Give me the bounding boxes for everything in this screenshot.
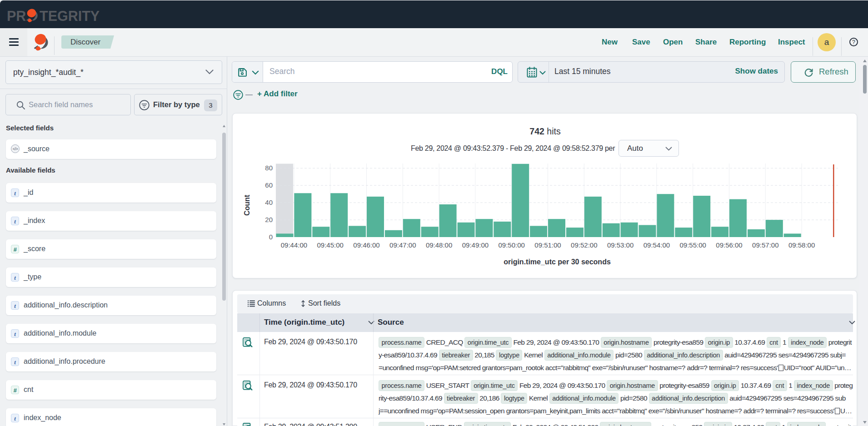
svg-text:09:52:00: 09:52:00 bbox=[571, 241, 597, 249]
svg-text:09:55:00: 09:55:00 bbox=[680, 241, 706, 249]
svg-text:20: 20 bbox=[265, 216, 273, 223]
svg-text:09:46:00: 09:46:00 bbox=[353, 241, 379, 249]
svg-text:09:48:00: 09:48:00 bbox=[426, 241, 452, 249]
svg-text:09:49:00: 09:49:00 bbox=[462, 241, 489, 249]
svg-text:60: 60 bbox=[265, 181, 273, 189]
svg-text:09:47:00: 09:47:00 bbox=[389, 241, 416, 249]
svg-text:09:44:00: 09:44:00 bbox=[281, 241, 307, 249]
svg-text:origin.time_utc per 30 seconds: origin.time_utc per 30 seconds bbox=[504, 258, 611, 266]
svg-text:09:53:00: 09:53:00 bbox=[607, 241, 634, 249]
svg-text:09:54:00: 09:54:00 bbox=[644, 241, 670, 249]
svg-text:0: 0 bbox=[269, 233, 273, 241]
svg-text:09:50:00: 09:50:00 bbox=[499, 241, 525, 249]
svg-text:09:45:00: 09:45:00 bbox=[317, 241, 344, 249]
svg-text:09:58:00: 09:58:00 bbox=[788, 241, 815, 249]
svg-text:09:57:00: 09:57:00 bbox=[752, 241, 778, 249]
svg-text:80: 80 bbox=[265, 164, 273, 172]
svg-text:Count: Count bbox=[243, 194, 251, 216]
svg-text:09:56:00: 09:56:00 bbox=[716, 241, 742, 249]
svg-text:40: 40 bbox=[265, 198, 273, 206]
svg-text:09:51:00: 09:51:00 bbox=[534, 241, 561, 249]
